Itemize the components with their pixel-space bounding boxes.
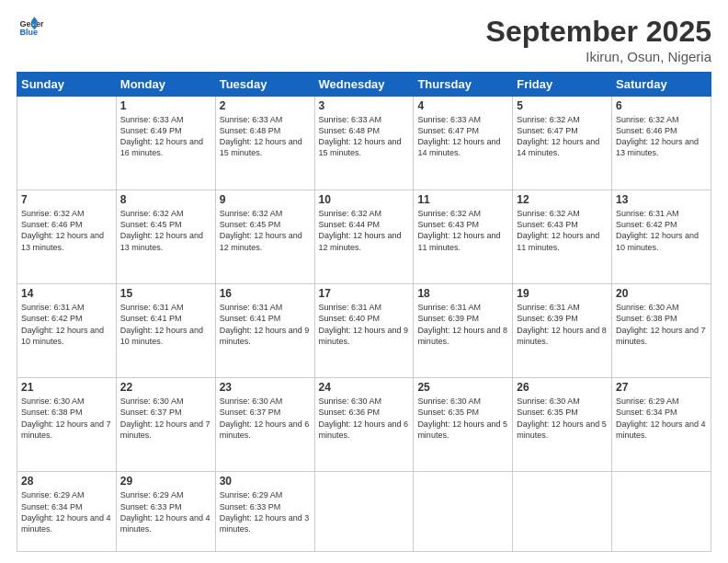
day-info: Sunrise: 6:31 AMSunset: 6:42 PMDaylight:… — [21, 302, 112, 347]
day-number: 16 — [220, 287, 311, 300]
cell-2-4: 18Sunrise: 6:31 AMSunset: 6:39 PMDayligh… — [414, 284, 513, 378]
day-info: Sunrise: 6:32 AMSunset: 6:47 PMDaylight:… — [517, 114, 608, 159]
daylight-text: Daylight: 12 hours and 7 minutes. — [21, 419, 112, 441]
sunset-text: Sunset: 6:39 PM — [417, 313, 508, 324]
cell-3-5: 26Sunrise: 6:30 AMSunset: 6:35 PMDayligh… — [513, 378, 612, 472]
sunrise-text: Sunrise: 6:29 AM — [220, 489, 311, 500]
day-info: Sunrise: 6:31 AMSunset: 6:39 PMDaylight:… — [517, 302, 608, 347]
day-number: 27 — [616, 381, 707, 394]
day-number: 9 — [220, 193, 311, 206]
day-number: 10 — [319, 193, 410, 206]
day-number: 4 — [417, 99, 508, 112]
day-number: 30 — [220, 475, 311, 488]
sunrise-text: Sunrise: 6:30 AM — [220, 396, 311, 407]
col-friday: Friday — [513, 73, 612, 97]
daylight-text: Daylight: 12 hours and 8 minutes. — [417, 325, 508, 347]
cell-4-4 — [414, 472, 513, 552]
week-row-2: 14Sunrise: 6:31 AMSunset: 6:42 PMDayligh… — [17, 284, 711, 378]
cell-0-3: 3Sunrise: 6:33 AMSunset: 6:48 PMDaylight… — [314, 97, 414, 190]
sunset-text: Sunset: 6:46 PM — [616, 125, 707, 136]
cell-3-2: 23Sunrise: 6:30 AMSunset: 6:37 PMDayligh… — [215, 378, 314, 472]
daylight-text: Daylight: 12 hours and 14 minutes. — [517, 136, 608, 158]
header: General Blue September 2025 Ikirun, Osun… — [17, 15, 711, 64]
sunset-text: Sunset: 6:45 PM — [120, 219, 211, 230]
sunset-text: Sunset: 6:35 PM — [417, 407, 508, 418]
cell-0-5: 5Sunrise: 6:32 AMSunset: 6:47 PMDaylight… — [513, 97, 612, 190]
sunset-text: Sunset: 6:38 PM — [21, 407, 112, 418]
cell-1-1: 8Sunrise: 6:32 AMSunset: 6:45 PMDaylight… — [116, 190, 215, 284]
day-number: 23 — [220, 381, 311, 394]
daylight-text: Daylight: 12 hours and 13 minutes. — [616, 136, 707, 158]
sunset-text: Sunset: 6:34 PM — [21, 501, 112, 512]
daylight-text: Daylight: 12 hours and 10 minutes. — [21, 325, 112, 347]
day-info: Sunrise: 6:33 AMSunset: 6:48 PMDaylight:… — [319, 114, 410, 159]
cell-2-1: 15Sunrise: 6:31 AMSunset: 6:41 PMDayligh… — [116, 284, 215, 378]
sunrise-text: Sunrise: 6:32 AM — [21, 208, 112, 219]
sunset-text: Sunset: 6:36 PM — [319, 407, 410, 418]
day-info: Sunrise: 6:30 AMSunset: 6:37 PMDaylight:… — [220, 396, 311, 441]
daylight-text: Daylight: 12 hours and 11 minutes. — [417, 230, 508, 252]
col-tuesday: Tuesday — [215, 73, 314, 97]
cell-2-0: 14Sunrise: 6:31 AMSunset: 6:42 PMDayligh… — [17, 284, 117, 378]
daylight-text: Daylight: 12 hours and 10 minutes. — [120, 325, 211, 347]
sunrise-text: Sunrise: 6:30 AM — [21, 396, 112, 407]
sunrise-text: Sunrise: 6:32 AM — [517, 114, 608, 125]
sunset-text: Sunset: 6:41 PM — [120, 313, 211, 324]
cell-3-4: 25Sunrise: 6:30 AMSunset: 6:35 PMDayligh… — [414, 378, 513, 472]
cell-1-6: 13Sunrise: 6:31 AMSunset: 6:42 PMDayligh… — [612, 190, 711, 284]
cell-4-2: 30Sunrise: 6:29 AMSunset: 6:33 PMDayligh… — [215, 472, 314, 552]
sunset-text: Sunset: 6:47 PM — [417, 125, 508, 136]
sunset-text: Sunset: 6:37 PM — [220, 407, 311, 418]
daylight-text: Daylight: 12 hours and 4 minutes. — [21, 512, 112, 534]
cell-4-6 — [612, 472, 711, 552]
day-info: Sunrise: 6:31 AMSunset: 6:39 PMDaylight:… — [417, 302, 508, 347]
daylight-text: Daylight: 12 hours and 12 minutes. — [220, 230, 311, 252]
sunrise-text: Sunrise: 6:32 AM — [616, 114, 707, 125]
sunrise-text: Sunrise: 6:29 AM — [616, 396, 707, 407]
day-number: 25 — [417, 381, 508, 394]
col-wednesday: Wednesday — [314, 73, 414, 97]
daylight-text: Daylight: 12 hours and 15 minutes. — [220, 136, 311, 158]
col-monday: Monday — [116, 73, 215, 97]
day-info: Sunrise: 6:32 AMSunset: 6:45 PMDaylight:… — [120, 208, 211, 253]
sunrise-text: Sunrise: 6:32 AM — [417, 208, 508, 219]
header-row: Sunday Monday Tuesday Wednesday Thursday… — [17, 73, 711, 97]
cell-1-4: 11Sunrise: 6:32 AMSunset: 6:43 PMDayligh… — [414, 190, 513, 284]
day-number: 22 — [120, 381, 211, 394]
daylight-text: Daylight: 12 hours and 12 minutes. — [319, 230, 410, 252]
sunrise-text: Sunrise: 6:31 AM — [220, 302, 311, 313]
day-info: Sunrise: 6:29 AMSunset: 6:34 PMDaylight:… — [21, 489, 112, 534]
sunset-text: Sunset: 6:47 PM — [517, 125, 608, 136]
sunset-text: Sunset: 6:42 PM — [21, 313, 112, 324]
daylight-text: Daylight: 12 hours and 6 minutes. — [220, 419, 311, 441]
day-info: Sunrise: 6:32 AMSunset: 6:43 PMDaylight:… — [517, 208, 608, 253]
day-info: Sunrise: 6:30 AMSunset: 6:36 PMDaylight:… — [319, 396, 410, 441]
day-info: Sunrise: 6:31 AMSunset: 6:42 PMDaylight:… — [616, 208, 707, 253]
daylight-text: Daylight: 12 hours and 15 minutes. — [319, 136, 410, 158]
cell-0-4: 4Sunrise: 6:33 AMSunset: 6:47 PMDaylight… — [414, 97, 513, 190]
sunset-text: Sunset: 6:39 PM — [517, 313, 608, 324]
cell-0-0 — [17, 97, 117, 190]
daylight-text: Daylight: 12 hours and 7 minutes. — [616, 325, 707, 347]
day-number: 24 — [319, 381, 410, 394]
day-number: 13 — [616, 193, 707, 206]
sunset-text: Sunset: 6:49 PM — [120, 125, 211, 136]
sunset-text: Sunset: 6:38 PM — [616, 313, 707, 324]
cell-1-3: 10Sunrise: 6:32 AMSunset: 6:44 PMDayligh… — [314, 190, 414, 284]
sunset-text: Sunset: 6:34 PM — [616, 407, 707, 418]
sunset-text: Sunset: 6:37 PM — [120, 407, 211, 418]
cell-3-1: 22Sunrise: 6:30 AMSunset: 6:37 PMDayligh… — [116, 378, 215, 472]
day-number: 1 — [120, 99, 211, 112]
sunrise-text: Sunrise: 6:32 AM — [220, 208, 311, 219]
cell-2-2: 16Sunrise: 6:31 AMSunset: 6:41 PMDayligh… — [215, 284, 314, 378]
sunrise-text: Sunrise: 6:30 AM — [319, 396, 410, 407]
sunset-text: Sunset: 6:45 PM — [220, 219, 311, 230]
sunrise-text: Sunrise: 6:30 AM — [616, 302, 707, 313]
sunrise-text: Sunrise: 6:33 AM — [220, 114, 311, 125]
sunrise-text: Sunrise: 6:29 AM — [120, 489, 211, 500]
sunrise-text: Sunrise: 6:31 AM — [616, 208, 707, 219]
cell-0-2: 2Sunrise: 6:33 AMSunset: 6:48 PMDaylight… — [215, 97, 314, 190]
daylight-text: Daylight: 12 hours and 4 minutes. — [616, 419, 707, 441]
month-title: September 2025 — [486, 15, 711, 49]
daylight-text: Daylight: 12 hours and 13 minutes. — [120, 230, 211, 252]
